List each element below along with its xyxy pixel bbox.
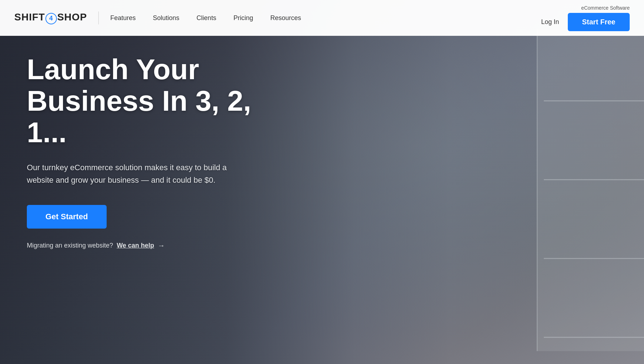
nav-link-features[interactable]: Features	[110, 14, 136, 21]
hero-headline: Launch Your Business In 3, 2, 1...	[27, 54, 284, 148]
migrate-arrow-icon: →	[158, 241, 165, 250]
nav-link-solutions[interactable]: Solutions	[153, 14, 179, 21]
nav-link-resources[interactable]: Resources	[270, 14, 301, 21]
logo[interactable]: SHIFT4SHOP	[14, 11, 87, 24]
logo-circle: 4	[45, 13, 57, 24]
nav-item-clients[interactable]: Clients	[196, 14, 216, 22]
nav-divider	[98, 11, 99, 24]
ecommerce-label: eCommerce Software	[581, 5, 630, 11]
start-free-button[interactable]: Start Free	[568, 13, 630, 31]
get-started-button[interactable]: Get Started	[27, 205, 107, 229]
nav-actions: Log In Start Free	[541, 13, 630, 31]
nav-item-solutions[interactable]: Solutions	[153, 14, 179, 22]
logo-shop: SHOP	[57, 11, 87, 23]
logo-text: SHIFT4SHOP	[14, 11, 87, 24]
nav-item-pricing[interactable]: Pricing	[233, 14, 253, 22]
logo-shift: SHIFT	[14, 11, 45, 23]
nav-link-clients[interactable]: Clients	[196, 14, 216, 21]
hero-content: Launch Your Business In 3, 2, 1... Our t…	[27, 54, 284, 250]
hero-section: SHIFT4SHOP Features Solutions Clients Pr…	[0, 0, 644, 364]
migrate-prefix: Migrating an existing website?	[27, 242, 113, 249]
nav-right: eCommerce Software Log In Start Free	[541, 5, 630, 31]
hero-subtext: Our turnkey eCommerce solution makes it …	[27, 161, 249, 186]
migrate-text: Migrating an existing website? We can he…	[27, 241, 284, 250]
login-button[interactable]: Log In	[541, 18, 559, 26]
main-navbar: SHIFT4SHOP Features Solutions Clients Pr…	[0, 0, 644, 36]
migrate-link[interactable]: We can help	[117, 242, 154, 249]
nav-links: Features Solutions Clients Pricing Resou…	[110, 14, 301, 22]
nav-link-pricing[interactable]: Pricing	[233, 14, 253, 21]
nav-item-features[interactable]: Features	[110, 14, 136, 22]
nav-item-resources[interactable]: Resources	[270, 14, 301, 22]
